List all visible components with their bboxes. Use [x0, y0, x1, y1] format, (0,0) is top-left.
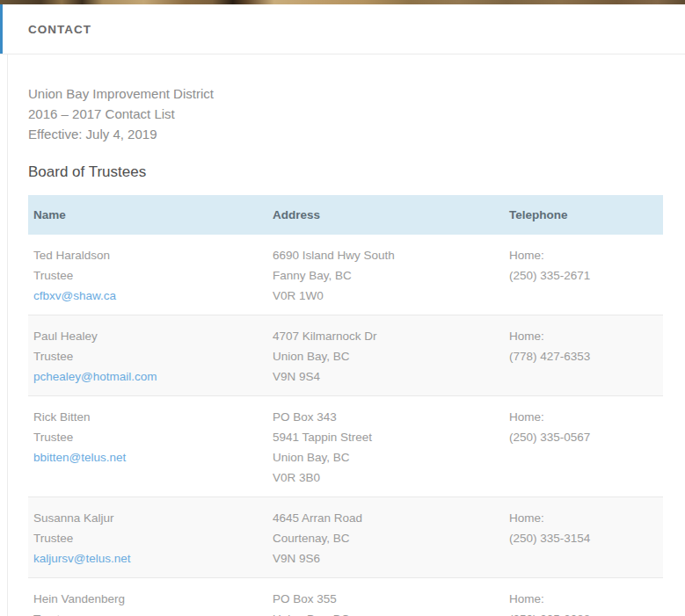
contact-role: Trustee — [33, 427, 262, 447]
address-line: Fanny Bay, BC — [273, 265, 499, 286]
name-cell: Susanna KaljurTrusteekaljursv@telus.net — [28, 497, 267, 578]
table-row: Paul HealeyTrusteepchealey@hotmail.com47… — [28, 315, 663, 396]
email-line: bbitten@telus.net — [33, 447, 262, 467]
telephone-cell: Home:(250) 335-2671 — [504, 235, 663, 315]
address-line: V0R 1W0 — [273, 286, 499, 306]
address-line: 6690 Island Hwy South — [273, 245, 499, 265]
phone-label: Home: — [509, 589, 658, 609]
effective-date: Effective: July 4, 2019 — [28, 124, 663, 144]
email-link[interactable]: kaljursv@telus.net — [33, 552, 131, 565]
column-header-name: Name — [28, 195, 267, 235]
trustees-table: Name Address Telephone Ted HaraldsonTrus… — [28, 195, 663, 616]
contact-name: Rick Bitten — [33, 407, 262, 427]
table-row: Rick BittenTrusteebbitten@telus.netPO Bo… — [28, 396, 663, 497]
address-line: V0R 3B0 — [273, 467, 499, 488]
name-cell: Hein VandenbergTrusteehvrdyno@telus.net — [28, 578, 267, 616]
org-name: Union Bay Improvement District — [28, 83, 663, 104]
email-line: kaljursv@telus.net — [33, 548, 262, 569]
contact-name: Hein Vandenberg — [33, 589, 262, 609]
phone-number: (250) 335-0567 — [509, 427, 658, 447]
address-line: Union Bay, BC — [273, 346, 499, 366]
telephone-cell: Home:(250) 335-3154 — [504, 497, 663, 578]
trustees-table-body: Ted HaraldsonTrusteecfbxv@shaw.ca6690 Is… — [28, 235, 663, 616]
telephone-cell: Home:(778) 427-6353 — [504, 315, 663, 396]
contact-list-title: 2016 – 2017 Contact List — [28, 104, 663, 124]
address-cell: 6690 Island Hwy SouthFanny Bay, BCV0R 1W… — [267, 235, 504, 315]
page-header: CONTACT — [0, 4, 685, 54]
address-cell: PO Box 355Union Bay, BCV0R 3B0 — [267, 578, 504, 616]
address-line: PO Box 355 — [273, 589, 499, 609]
section-heading-board-of-trustees: Board of Trustees — [28, 163, 663, 181]
telephone-cell: Home:(250) 335-0567 — [504, 396, 663, 497]
address-line: Courtenay, BC — [273, 528, 499, 548]
table-row: Susanna KaljurTrusteekaljursv@telus.net4… — [28, 497, 663, 578]
email-link[interactable]: pchealey@hotmail.com — [33, 370, 157, 383]
address-line: PO Box 343 — [273, 407, 499, 427]
contact-name: Paul Healey — [33, 326, 262, 346]
page-title: CONTACT — [28, 23, 91, 36]
address-cell: 4645 Arran RoadCourtenay, BCV9N 9S6 — [267, 497, 504, 578]
table-row: Ted HaraldsonTrusteecfbxv@shaw.ca6690 Is… — [28, 235, 663, 315]
address-line: 4645 Arran Road — [273, 508, 499, 528]
contact-role: Trustee — [33, 346, 262, 366]
phone-label: Home: — [509, 508, 658, 528]
table-header-row: Name Address Telephone — [28, 195, 663, 235]
contact-role: Trustee — [33, 609, 262, 616]
phone-label: Home: — [509, 245, 658, 265]
contact-name: Susanna Kaljur — [33, 508, 262, 528]
phone-number: (250) 335-3154 — [509, 528, 658, 548]
address-line: Union Bay, BC — [273, 447, 499, 467]
phone-label: Home: — [509, 326, 658, 346]
email-link[interactable]: cfbxv@shaw.ca — [33, 289, 116, 302]
phone-label: Home: — [509, 407, 658, 427]
email-line: pchealey@hotmail.com — [33, 366, 262, 387]
name-cell: Paul HealeyTrusteepchealey@hotmail.com — [28, 315, 267, 396]
email-line: cfbxv@shaw.ca — [33, 286, 262, 306]
address-line: V9N 9S6 — [273, 548, 499, 569]
address-cell: PO Box 3435941 Tappin StreetUnion Bay, B… — [267, 396, 504, 497]
contact-role: Trustee — [33, 528, 262, 548]
name-cell: Rick BittenTrusteebbitten@telus.net — [28, 396, 267, 497]
table-row: Hein VandenbergTrusteehvrdyno@telus.netP… — [28, 578, 663, 616]
contact-name: Ted Haraldson — [33, 245, 262, 265]
address-line: V9N 9S4 — [273, 366, 499, 387]
telephone-cell: Home:(250) 335-3088 — [504, 578, 663, 616]
phone-number: (250) 335-2671 — [509, 265, 658, 286]
column-header-address: Address — [267, 195, 504, 235]
address-line: 5941 Tappin Street — [273, 427, 499, 447]
email-link[interactable]: bbitten@telus.net — [33, 451, 126, 464]
address-cell: 4707 Kilmarnock DrUnion Bay, BCV9N 9S4 — [267, 315, 504, 396]
phone-number: (250) 335-3088 — [509, 609, 658, 616]
phone-number: (778) 427-6353 — [509, 346, 658, 366]
address-line: 4707 Kilmarnock Dr — [273, 326, 499, 346]
main-content: Union Bay Improvement District 2016 – 20… — [7, 54, 685, 616]
column-header-telephone: Telephone — [504, 195, 663, 235]
name-cell: Ted HaraldsonTrusteecfbxv@shaw.ca — [28, 235, 267, 315]
accent-bar — [0, 4, 3, 54]
intro-block: Union Bay Improvement District 2016 – 20… — [28, 83, 663, 144]
address-line: Union Bay, BC — [273, 609, 499, 616]
contact-role: Trustee — [33, 265, 262, 286]
